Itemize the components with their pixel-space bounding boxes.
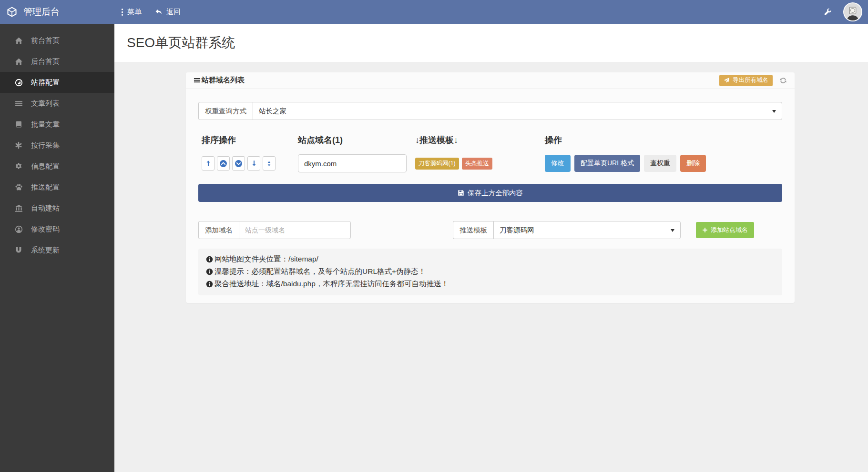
move-down-button[interactable] xyxy=(232,156,245,171)
sidebar-item-push-config[interactable]: 推送配置 xyxy=(0,177,114,198)
menu-label: 菜单 xyxy=(127,8,142,17)
sidebar: 前台首页 后台首页 站群配置 文章列表 批量文章 按行采集 信息配置 推送配置 … xyxy=(0,24,114,472)
info-well: 网站地图文件夹位置：/sitemap/ 温馨提示：必须配置站群域名，及每个站点的… xyxy=(198,249,782,295)
add-domain-row: 添加域名 推送模板 刀客源码网 添加站点域名 xyxy=(198,221,782,239)
move-bottom-button[interactable] xyxy=(247,156,260,171)
globe-icon xyxy=(14,79,23,87)
sidebar-item-label: 批量文章 xyxy=(31,120,60,129)
add-domain-input[interactable] xyxy=(239,221,351,239)
user-circle-icon xyxy=(14,225,23,233)
sidebar-item-label: 推送配置 xyxy=(31,183,60,192)
table-header-row: 排序操作 站点域名(1) ↓推送模板↓ 操作 xyxy=(198,134,782,146)
list-icon xyxy=(14,100,23,108)
domain-cell xyxy=(298,154,415,172)
domain-list-panel: 站群域名列表 导出所有域名 权重查询方式 站长之家 xyxy=(186,72,795,303)
circle-chevron-down-icon xyxy=(235,160,243,168)
home-icon xyxy=(14,58,23,66)
sidebar-item-label: 按行采集 xyxy=(31,141,60,150)
sort-toggle-button[interactable] xyxy=(263,156,276,171)
gear-icon xyxy=(14,162,23,170)
sidebar-item-batch-articles[interactable]: 批量文章 xyxy=(0,114,114,135)
sidebar-item-label: 前台首页 xyxy=(31,36,60,45)
edit-button[interactable]: 修改 xyxy=(545,155,571,172)
add-site-domain-button[interactable]: 添加站点域名 xyxy=(696,222,754,238)
note-tip: 温馨提示：必须配置站群域名，及每个站点的URL格式+伪静态！ xyxy=(206,265,775,278)
move-top-button[interactable] xyxy=(202,156,214,171)
sidebar-item-system-update[interactable]: 系统更新 xyxy=(0,240,114,261)
header-site-domain: 站点域名(1) xyxy=(298,134,415,146)
sidebar-item-label: 系统更新 xyxy=(31,246,60,255)
sidebar-item-label: 站群配置 xyxy=(31,78,60,87)
sidebar-item-article-list[interactable]: 文章列表 xyxy=(0,93,114,114)
top-navbar: 管理后台 菜单 返回 xyxy=(0,0,868,24)
plus-icon xyxy=(702,227,708,233)
sidebar-item-info-config[interactable]: 信息配置 xyxy=(0,156,114,177)
menu-toggle[interactable]: 菜单 xyxy=(121,8,142,17)
refresh-icon[interactable] xyxy=(779,77,787,84)
weight-query-group: 权重查询方式 站长之家 xyxy=(198,102,782,120)
add-domain-group: 添加域名 xyxy=(198,221,351,239)
arrow-up-icon xyxy=(205,160,212,167)
sidebar-item-label: 文章列表 xyxy=(31,99,60,108)
sidebar-item-label: 信息配置 xyxy=(31,162,60,171)
weight-query-select-wrap: 站长之家 xyxy=(253,102,782,120)
brand[interactable]: 管理后台 xyxy=(0,6,114,18)
weight-query-select[interactable]: 站长之家 xyxy=(253,102,782,120)
check-weight-button[interactable]: 查权重 xyxy=(644,155,676,172)
back-link[interactable]: 返回 xyxy=(155,8,181,17)
note-push-url: 聚合推送地址：域名/baidu.php，本程序无需挂访问任务都可自动推送！ xyxy=(206,278,775,290)
note-text: 聚合推送地址：域名/baidu.php，本程序无需挂访问任务都可自动推送！ xyxy=(214,278,449,290)
panel-header-right: 导出所有域名 xyxy=(719,75,787,86)
paw-icon xyxy=(14,183,23,191)
info-circle-icon xyxy=(206,256,213,263)
wrench-icon[interactable] xyxy=(824,8,832,16)
weight-query-label: 权重查询方式 xyxy=(198,102,253,120)
add-button-label: 添加站点域名 xyxy=(711,226,748,234)
sidebar-item-line-collect[interactable]: 按行采集 xyxy=(0,135,114,156)
save-button-label: 保存上方全部内容 xyxy=(468,189,523,198)
sidebar-item-change-password[interactable]: 修改密码 xyxy=(0,219,114,240)
add-domain-label: 添加域名 xyxy=(198,221,239,239)
push-template-select[interactable]: 刀客源码网 xyxy=(493,221,681,239)
export-all-domains-button[interactable]: 导出所有域名 xyxy=(719,75,773,86)
floppy-icon xyxy=(458,190,464,196)
asterisk-icon xyxy=(14,141,23,149)
panel-body: 权重查询方式 站长之家 排序操作 站点域名(1) ↓推送模板↓ 操作 xyxy=(186,89,795,303)
toutiao-push-badge: 头条推送 xyxy=(462,158,492,170)
magnet-icon xyxy=(14,246,23,254)
main-content: SEO单页站群系统 站群域名列表 导出所有域名 权重查询方式 xyxy=(114,24,868,472)
push-template-label: 推送模板 xyxy=(453,221,493,239)
note-text: 温馨提示：必须配置站群域名，及每个站点的URL格式+伪静态！ xyxy=(214,265,426,278)
page-title: SEO单页站群系统 xyxy=(127,34,235,52)
sidebar-item-label: 后台首页 xyxy=(31,57,60,66)
move-up-button[interactable] xyxy=(217,156,230,171)
export-button-label: 导出所有域名 xyxy=(733,76,768,84)
arrow-down-icon xyxy=(251,160,257,167)
header-actions: 操作 xyxy=(545,134,782,146)
template-badge: 刀客源码网(1) xyxy=(415,158,459,170)
cube-icon xyxy=(7,7,17,17)
sort-button-group xyxy=(202,156,298,171)
list-icon xyxy=(194,77,201,84)
push-template-select-wrap: 刀客源码网 xyxy=(493,221,681,239)
book-icon xyxy=(14,121,23,128)
brand-label: 管理后台 xyxy=(23,6,60,18)
back-label: 返回 xyxy=(166,8,181,17)
push-template-cell: 刀客源码网(1) 头条推送 xyxy=(415,158,545,170)
avatar[interactable] xyxy=(843,2,862,21)
home-icon xyxy=(14,37,23,45)
delete-button[interactable]: 删除 xyxy=(680,155,706,172)
sidebar-item-front-home[interactable]: 前台首页 xyxy=(0,30,114,51)
push-template-group: 推送模板 刀客源码网 xyxy=(453,221,681,239)
panel-title: 站群域名列表 xyxy=(194,76,245,85)
header-sort-ops: 排序操作 xyxy=(202,134,298,146)
sidebar-item-sitegroup-config[interactable]: 站群配置 xyxy=(0,72,114,93)
table-row: 刀客源码网(1) 头条推送 修改 配置单页URL格式 查权重 删除 xyxy=(198,154,782,172)
configure-url-format-button[interactable]: 配置单页URL格式 xyxy=(574,155,640,172)
sort-icon xyxy=(266,161,272,167)
sidebar-item-admin-home[interactable]: 后台首页 xyxy=(0,51,114,72)
sidebar-item-auto-build[interactable]: 自动建站 xyxy=(0,198,114,219)
domain-input[interactable] xyxy=(298,154,407,172)
back-arrow-icon xyxy=(155,8,163,16)
save-all-button[interactable]: 保存上方全部内容 xyxy=(198,184,782,202)
